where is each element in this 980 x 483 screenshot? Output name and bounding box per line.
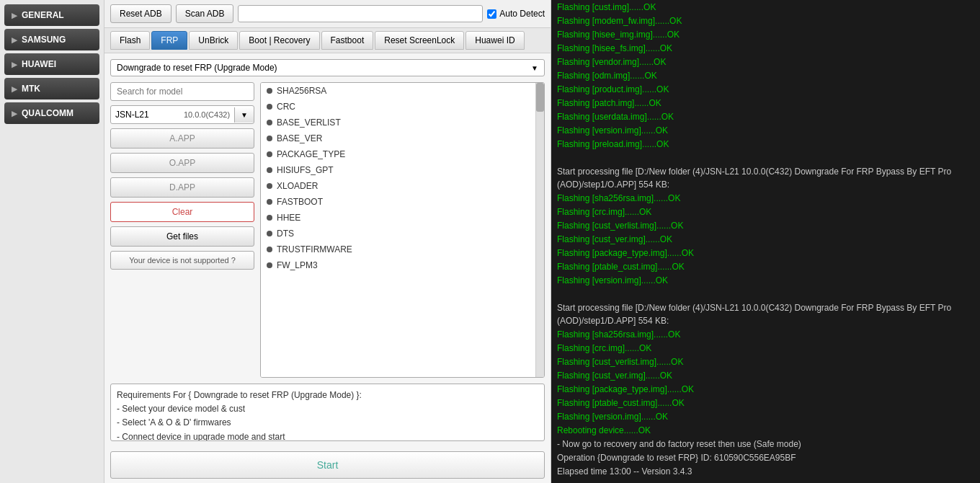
log-line: Flashing [preload.img]......OK — [557, 138, 974, 151]
bullet-icon — [267, 231, 272, 236]
sidebar-arrow-icon: ▶ — [12, 12, 17, 19]
reset-adb-button[interactable]: Reset ADB — [110, 4, 172, 23]
list-item-label: BASE_VERLIST — [277, 118, 341, 128]
auto-detect-container: Auto Detect — [487, 9, 545, 19]
sidebar-label: GENERAL — [22, 10, 64, 20]
log-line: Flashing [modem_fw.img]......OK — [557, 14, 974, 27]
list-item-label: TRUSTFIRMWARE — [277, 244, 352, 254]
list-item: FASTBOOT — [261, 194, 535, 210]
list-item: BASE_VER — [261, 130, 535, 146]
toolbar-input[interactable] — [238, 5, 483, 22]
log-line: Flashing [cust_ver.img]......OK — [557, 233, 974, 246]
sidebar-arrow-icon: ▶ — [12, 110, 17, 118]
tab-unbrick[interactable]: UnBrick — [189, 31, 238, 50]
tab-frp[interactable]: FRP — [151, 31, 187, 50]
log-line: Operation {Downgrade to reset FRP} ID: 6… — [557, 451, 974, 464]
log-line: Flashing [cust_ver.img]......OK — [557, 369, 974, 382]
main-area: Reset ADB Scan ADB Auto Detect FlashFRPU… — [104, 0, 980, 483]
list-item-label: HISIUFS_GPT — [277, 165, 334, 175]
requirements-title: Requirements For { Downgrade to reset FR… — [117, 389, 538, 402]
log-line: Flashing [version.img]......OK — [557, 124, 974, 137]
bullet-icon — [267, 104, 272, 110]
list-scrollbar[interactable] — [535, 83, 544, 377]
tab-bar: FlashFRPUnBrickBoot | RecoveryFastbootRe… — [104, 28, 551, 53]
tab-reset_screenlock[interactable]: Reset ScreenLock — [375, 31, 464, 50]
list-item-label: DTS — [277, 229, 294, 239]
log-line: Start processing file [D:/New folder (4)… — [557, 165, 974, 191]
auto-detect-label: Auto Detect — [499, 9, 545, 19]
log-line: Flashing [package_type.img]......OK — [557, 383, 974, 396]
device-not-supported-button[interactable]: Your device is not supported ? — [110, 251, 254, 270]
bullet-icon — [267, 88, 272, 94]
log-line: Flashing [crc.img]......OK — [557, 342, 974, 355]
scan-adb-button[interactable]: Scan ADB — [176, 4, 234, 23]
log-line: - Now go to recovery and do factory rese… — [557, 438, 974, 451]
sidebar-item-huawei[interactable]: ▶HUAWEI — [4, 53, 99, 75]
log-line: Rebooting device......OK — [557, 424, 974, 437]
sidebar-arrow-icon: ▶ — [12, 36, 17, 44]
log-line: Flashing [sha256rsa.img]......OK — [557, 328, 974, 341]
list-item: SHA256RSA — [261, 83, 535, 99]
log-line: Flashing [hisee_img.img]......OK — [557, 28, 974, 41]
log-line: Flashing [userdata.img]......OK — [557, 110, 974, 123]
start-button[interactable]: Start — [110, 451, 545, 479]
list-item: DTS — [261, 226, 535, 241]
model-dropdown-arrow-icon[interactable]: ▼ — [234, 107, 254, 123]
list-item: CRC — [261, 99, 535, 115]
list-item: BASE_VERLIST — [261, 115, 535, 130]
log-line: Elapsed time 13:00 -- Version 3.4.3 — [557, 465, 974, 478]
scrollbar-thumb[interactable] — [536, 83, 544, 112]
tab-flash[interactable]: Flash — [110, 31, 150, 50]
d-app-button[interactable]: D.APP — [110, 177, 254, 198]
a-app-button[interactable]: A.APP — [110, 128, 254, 149]
log-panel: Flashing [preavs.img]......OKFlashing [e… — [551, 0, 980, 483]
log-line: Flashing [package_type.img]......OK — [557, 247, 974, 260]
toolbar: Reset ADB Scan ADB Auto Detect — [104, 0, 551, 28]
sidebar-item-samsung[interactable]: ▶SAMSUNG — [4, 29, 99, 50]
log-line: Flashing [sha256rsa.img]......OK — [557, 192, 974, 205]
requirement-line: - Select 'A & O & D' firmwares — [117, 416, 538, 430]
log-line: Flashing [cust_verlist.img]......OK — [557, 219, 974, 232]
list-item-label: FW_LPM3 — [277, 260, 318, 270]
o-app-button[interactable]: O.APP — [110, 153, 254, 173]
sidebar-item-general[interactable]: ▶GENERAL — [4, 4, 99, 26]
requirements-box: Requirements For { Downgrade to reset FR… — [110, 384, 545, 441]
log-line: Flashing [product.img]......OK — [557, 83, 974, 96]
center-panel: Reset ADB Scan ADB Auto Detect FlashFRPU… — [104, 0, 551, 483]
bullet-icon — [267, 120, 272, 125]
auto-detect-checkbox[interactable] — [487, 9, 496, 19]
content-area: Downgrade to reset FRP (Upgrade Mode) ▼ … — [104, 53, 551, 447]
bullet-icon — [267, 247, 272, 252]
requirement-line: - Connect device in upgrade mode and sta… — [117, 430, 538, 441]
log-line: Flashing [vendor.img]......OK — [557, 56, 974, 68]
sidebar-label: HUAWEI — [22, 59, 56, 69]
log-line: Flashing [version.img]......OK — [557, 410, 974, 423]
bullet-icon — [267, 199, 272, 205]
dropdown-row: Downgrade to reset FRP (Upgrade Mode) ▼ — [110, 59, 545, 76]
list-item: TRUSTFIRMWARE — [261, 241, 535, 257]
search-model-input[interactable] — [110, 82, 254, 101]
list-item-label: PACKAGE_TYPE — [277, 149, 345, 159]
log-line: Flashing [hisee_fs.img]......OK — [557, 42, 974, 55]
sidebar: ▶GENERAL▶SAMSUNG▶HUAWEI▶MTK▶QUALCOMM — [0, 0, 104, 483]
list-item-label: HHEE — [277, 213, 300, 223]
sidebar-item-mtk[interactable]: ▶MTK — [4, 78, 99, 99]
list-item-label: XLOADER — [277, 181, 318, 191]
list-item: XLOADER — [261, 178, 535, 194]
get-files-button[interactable]: Get files — [110, 226, 254, 247]
bullet-icon — [267, 262, 272, 268]
log-line: Flashing [cust_verlist.img]......OK — [557, 355, 974, 368]
tab-fastboot[interactable]: Fastboot — [321, 31, 374, 50]
clear-button[interactable]: Clear — [110, 202, 254, 222]
log-line — [557, 151, 974, 164]
requirement-line: - Select your device model & cust — [117, 402, 538, 416]
sidebar-item-qualcomm[interactable]: ▶QUALCOMM — [4, 102, 99, 124]
bullet-icon — [267, 215, 272, 221]
log-line: Flashing [odm.img]......OK — [557, 69, 974, 82]
model-select-row: JSN-L21 10.0.0(C432) ▼ — [110, 105, 254, 124]
list-item: PACKAGE_TYPE — [261, 146, 535, 162]
log-line: Flashing [crc.img]......OK — [557, 205, 974, 218]
tab-huawei_id[interactable]: Huawei ID — [466, 31, 524, 50]
dropdown-arrow-icon[interactable]: ▼ — [531, 64, 538, 72]
tab-boot_recovery[interactable]: Boot | Recovery — [239, 31, 319, 50]
